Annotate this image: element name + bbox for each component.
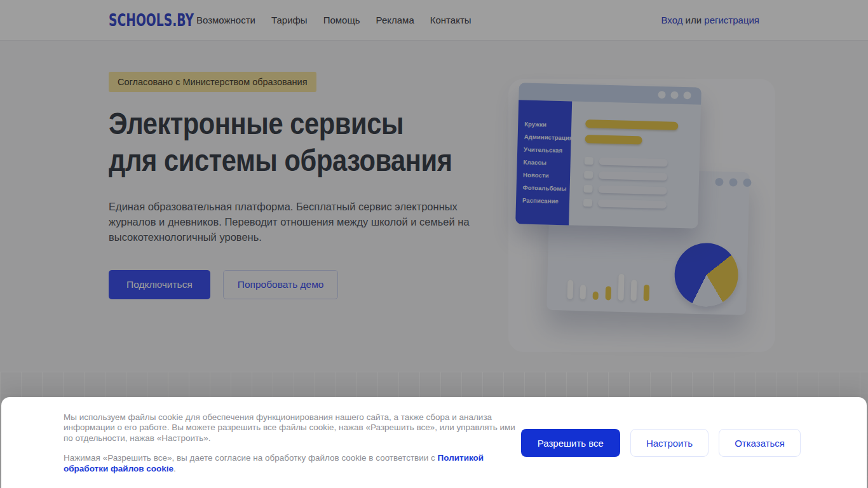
cookie-text: Мы используем файлы cookie для обеспечен…	[64, 412, 520, 474]
cookie-paragraph-2-text: Нажимая «Разрешить все», вы даете соглас…	[64, 453, 438, 463]
cookie-paragraph-2: Нажимая «Разрешить все», вы даете соглас…	[64, 453, 520, 474]
decline-cookies-button[interactable]: Отказаться	[719, 429, 801, 457]
configure-cookies-button[interactable]: Настроить	[630, 429, 709, 457]
cookie-paragraph-1: Мы используем файлы cookie для обеспечен…	[64, 412, 520, 444]
cookie-paragraph-2-suffix: .	[173, 464, 176, 473]
allow-all-cookies-button[interactable]: Разрешить все	[521, 429, 620, 457]
cookie-actions: Разрешить все Настроить Отказаться	[521, 429, 801, 457]
cookie-consent-banner: Мы используем файлы cookie для обеспечен…	[1, 397, 867, 488]
